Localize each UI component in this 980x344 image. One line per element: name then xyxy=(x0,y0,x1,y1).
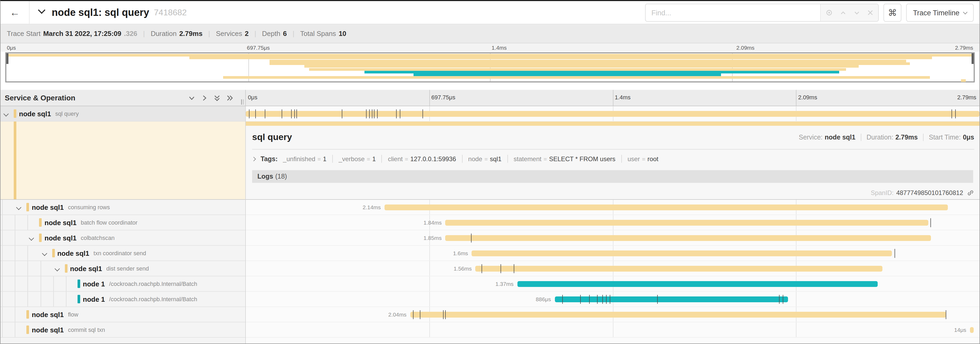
log-marker-tick[interactable] xyxy=(445,310,446,319)
minimap-left-scrubber[interactable] xyxy=(6,53,8,64)
column-resize-handle[interactable] xyxy=(241,99,244,105)
log-marker-tick[interactable] xyxy=(249,109,249,118)
log-marker-tick[interactable] xyxy=(946,310,946,319)
log-marker-tick[interactable] xyxy=(610,295,610,304)
log-marker-tick[interactable] xyxy=(443,310,444,319)
span-bar[interactable] xyxy=(517,281,877,287)
log-marker-tick[interactable] xyxy=(255,109,256,118)
log-marker-tick[interactable] xyxy=(296,109,297,118)
log-marker-tick[interactable] xyxy=(374,109,375,118)
log-marker-tick[interactable] xyxy=(955,109,956,118)
chevron-up-icon[interactable] xyxy=(840,9,846,16)
log-marker-tick[interactable] xyxy=(597,295,598,304)
log-marker-tick[interactable] xyxy=(423,109,423,118)
tree-row[interactable]: node sql1colbatchscan xyxy=(0,230,245,246)
log-marker-tick[interactable] xyxy=(265,109,265,118)
ruler-tick-label: 2.79ms xyxy=(957,94,976,101)
span-detail-panel: sql query Service:node sql1 Duration:2.7… xyxy=(246,122,980,200)
keyboard-shortcuts-button[interactable]: ⌘ xyxy=(883,4,901,22)
log-marker-tick[interactable] xyxy=(602,295,603,304)
minimap-right-scrubber[interactable] xyxy=(972,53,974,64)
chevron-down-icon[interactable] xyxy=(42,251,47,256)
chevron-down-icon[interactable] xyxy=(54,266,60,271)
collapse-one-icon[interactable] xyxy=(188,94,196,102)
log-marker-tick[interactable] xyxy=(514,264,514,273)
expand-all-icon[interactable] xyxy=(226,94,234,102)
tree-row[interactable]: node sql1batch flow coordinator xyxy=(0,215,245,230)
tag-item: client=127.0.0.1:59936 xyxy=(388,155,456,163)
chevron-down-icon[interactable] xyxy=(29,235,34,241)
log-marker-tick[interactable] xyxy=(471,234,471,243)
span-bar-row[interactable]: 1.37ms xyxy=(246,276,980,292)
span-bar-row[interactable]: 2.04ms xyxy=(246,307,980,322)
log-marker-tick[interactable] xyxy=(291,109,292,118)
log-marker-tick[interactable] xyxy=(783,295,783,304)
log-marker-tick[interactable] xyxy=(606,295,606,304)
log-marker-tick[interactable] xyxy=(420,310,420,319)
span-duration-label: 2.14ms xyxy=(363,200,385,214)
tree-row[interactable]: node sql1txn coordinator send xyxy=(0,246,245,261)
log-marker-tick[interactable] xyxy=(400,109,400,118)
span-bar-row[interactable]: 1.56ms xyxy=(246,261,980,276)
tags-row[interactable]: Tags: _unfinished=1_verbose=1client=127.… xyxy=(246,150,980,168)
span-bar[interactable] xyxy=(246,111,980,117)
detail-span-bar[interactable] xyxy=(246,122,980,126)
log-marker-tick[interactable] xyxy=(369,109,369,118)
log-marker-tick[interactable] xyxy=(396,109,397,118)
chevron-down-icon[interactable] xyxy=(853,9,860,16)
tree-row[interactable]: node sql1sql query xyxy=(0,106,245,122)
span-bar-row[interactable]: 1.85ms xyxy=(246,230,980,246)
log-marker-tick[interactable] xyxy=(931,218,931,227)
log-marker-tick[interactable] xyxy=(366,109,367,118)
tree-row[interactable]: node 1/cockroach.roachpb.Internal/Batch xyxy=(0,292,245,307)
span-bar-row[interactable]: 2.14ms xyxy=(246,200,980,215)
view-options-button[interactable]: Trace Timeline xyxy=(906,4,974,22)
indent-guideline xyxy=(15,276,15,291)
link-icon[interactable] xyxy=(967,189,974,197)
log-marker-tick[interactable] xyxy=(282,109,282,118)
chevron-down-icon[interactable] xyxy=(16,205,21,210)
log-marker-tick[interactable] xyxy=(589,295,590,304)
timeline-minimap[interactable] xyxy=(5,52,975,82)
expand-one-icon[interactable] xyxy=(200,94,208,102)
tree-row[interactable]: node sql1commit sql txn xyxy=(0,322,245,338)
span-bar[interactable] xyxy=(472,250,892,256)
span-bar-row[interactable] xyxy=(246,106,980,122)
trace-stat-value: 6 xyxy=(283,30,287,37)
span-bar[interactable] xyxy=(410,312,947,318)
log-marker-tick[interactable] xyxy=(481,264,482,273)
chevron-down-icon[interactable] xyxy=(3,111,9,117)
logs-row[interactable]: Logs (18) xyxy=(252,170,973,183)
log-marker-tick[interactable] xyxy=(657,295,658,304)
span-bar-row[interactable]: 1.6ms xyxy=(246,246,980,261)
log-marker-tick[interactable] xyxy=(562,295,563,304)
back-button[interactable]: ← xyxy=(0,1,30,24)
tree-row[interactable]: node sql1flow xyxy=(0,307,245,322)
log-marker-tick[interactable] xyxy=(500,264,501,273)
log-marker-tick[interactable] xyxy=(951,109,952,118)
span-bar[interactable] xyxy=(445,220,928,226)
chevron-down-icon[interactable] xyxy=(38,6,45,13)
log-marker-tick[interactable] xyxy=(581,295,581,304)
span-bar[interactable] xyxy=(445,235,931,241)
span-bar[interactable] xyxy=(970,327,974,333)
clear-icon[interactable] xyxy=(867,10,873,16)
span-bar[interactable] xyxy=(476,266,883,272)
tree-row[interactable]: node 1/cockroach.roachpb.Internal/Batch xyxy=(0,276,245,292)
log-marker-tick[interactable] xyxy=(779,295,780,304)
log-marker-tick[interactable] xyxy=(377,109,378,118)
collapse-all-icon[interactable] xyxy=(213,94,221,102)
span-bar-row[interactable]: 1.84ms xyxy=(246,215,980,230)
span-bar-row[interactable]: 886μs xyxy=(246,292,980,307)
log-marker-tick[interactable] xyxy=(342,109,342,118)
locate-icon[interactable] xyxy=(826,9,833,16)
log-marker-tick[interactable] xyxy=(294,109,295,118)
find-input[interactable] xyxy=(646,4,820,21)
tree-row[interactable]: node sql1dist sender send xyxy=(0,261,245,276)
log-marker-tick[interactable] xyxy=(413,310,414,319)
log-marker-tick[interactable] xyxy=(894,249,895,258)
span-bar[interactable] xyxy=(385,205,948,210)
span-bar-row[interactable]: 14μs xyxy=(246,322,980,338)
log-marker-tick[interactable] xyxy=(372,109,373,118)
tree-row[interactable]: node sql1consuming rows xyxy=(0,200,245,215)
